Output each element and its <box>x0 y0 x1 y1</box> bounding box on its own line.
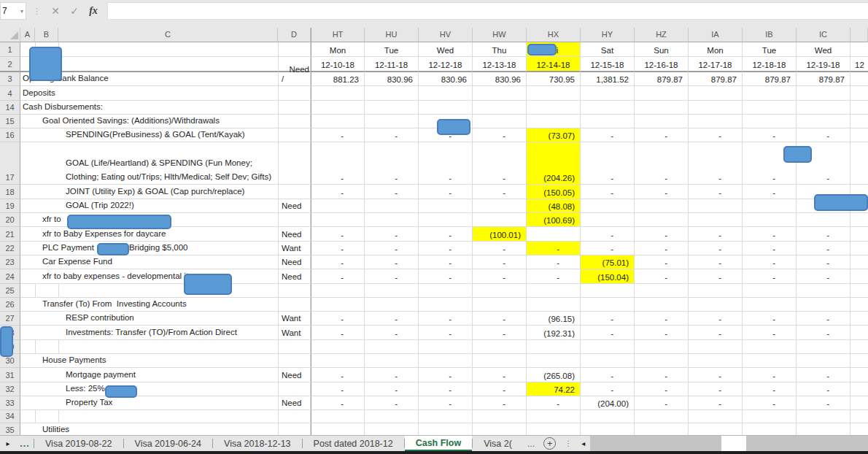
cell[interactable]: - <box>689 128 743 142</box>
cell[interactable] <box>850 269 868 283</box>
cell[interactable]: - <box>635 255 689 269</box>
cell[interactable] <box>689 115 743 128</box>
cell[interactable]: - <box>635 142 689 185</box>
cell[interactable] <box>850 354 868 368</box>
cell[interactable]: 879.87 <box>743 72 797 86</box>
cell[interactable] <box>581 115 635 128</box>
column-header[interactable]: B <box>35 28 58 42</box>
cell[interactable] <box>689 298 743 312</box>
row-number[interactable]: 22 <box>0 242 20 255</box>
cell[interactable]: - <box>797 326 850 339</box>
tab-overflow-dots[interactable]: ... <box>523 436 539 451</box>
cell[interactable]: 12 <box>850 57 868 73</box>
cell[interactable]: - <box>473 185 527 199</box>
cell[interactable] <box>689 213 743 227</box>
cell[interactable] <box>419 199 473 213</box>
cell[interactable]: - <box>689 185 743 199</box>
cell[interactable]: Mon <box>689 42 743 57</box>
row-number[interactable]: 2 <box>0 57 20 73</box>
cell[interactable] <box>581 86 635 100</box>
cell[interactable]: - <box>797 255 850 269</box>
row-label-cell[interactable]: Mortgage payment <box>20 368 278 382</box>
row-label-cell[interactable]: Utilities <box>20 423 278 435</box>
cell[interactable]: - <box>797 128 850 142</box>
cell[interactable]: - <box>365 227 419 241</box>
sheet-tab-visa-2-[interactable]: Visa 2( <box>473 436 523 451</box>
row-number[interactable]: 20 <box>0 213 20 227</box>
cell[interactable]: 12-10-18 <box>311 57 365 73</box>
row-label-cell[interactable] <box>20 284 278 298</box>
cancel-icon[interactable]: ✕ <box>46 5 65 17</box>
cell[interactable] <box>850 382 868 396</box>
cell[interactable] <box>419 410 473 423</box>
row-number[interactable]: 14 <box>0 101 20 115</box>
cell[interactable]: - <box>419 326 473 339</box>
cell[interactable]: - <box>689 242 743 255</box>
need-want-cell[interactable] <box>278 340 311 354</box>
cell[interactable] <box>797 354 850 368</box>
cell[interactable] <box>850 242 868 255</box>
row-label-cell[interactable]: JOINT (Utility Exp) & GOAL (Cap purch/re… <box>20 185 278 199</box>
cell[interactable]: - <box>311 242 365 255</box>
row-number[interactable]: 25 <box>0 284 20 298</box>
cell[interactable]: - <box>473 396 527 410</box>
cell[interactable]: - <box>635 326 689 339</box>
cell[interactable]: - <box>365 255 419 269</box>
cell[interactable]: - <box>419 242 473 255</box>
cell[interactable]: - <box>419 227 473 241</box>
cell[interactable]: - <box>311 227 365 241</box>
cell[interactable]: - <box>743 368 797 382</box>
cell[interactable] <box>689 340 743 354</box>
cell[interactable] <box>635 410 689 423</box>
row-number[interactable]: 19 <box>0 199 20 213</box>
cell[interactable] <box>743 213 797 227</box>
row-number[interactable]: 1 <box>0 42 20 57</box>
cell[interactable] <box>797 340 850 354</box>
cell[interactable]: - <box>689 396 743 410</box>
cell[interactable]: - <box>581 326 635 339</box>
cell[interactable] <box>311 354 365 368</box>
column-header[interactable]: HU <box>365 28 419 42</box>
cell[interactable] <box>365 115 419 128</box>
cell[interactable] <box>581 423 635 435</box>
need-want-cell[interactable]: Want <box>278 326 311 339</box>
cell[interactable]: 74.22 <box>527 382 581 396</box>
select-all-corner[interactable] <box>0 28 20 42</box>
cell[interactable]: - <box>365 142 419 185</box>
cell[interactable] <box>689 284 743 298</box>
cell[interactable]: - <box>311 326 365 339</box>
need-want-cell[interactable]: Need <box>278 368 311 382</box>
cell[interactable] <box>527 115 581 128</box>
row-label-cell[interactable]: xfr to baby expenses - developmental ite… <box>20 269 278 283</box>
cell[interactable]: (150.05) <box>527 185 581 199</box>
hscroll-left-icon[interactable]: ◂ <box>576 436 590 451</box>
cell[interactable] <box>527 284 581 298</box>
row-label-cell[interactable]: Less: 25% <box>20 382 278 396</box>
cell[interactable] <box>311 86 365 100</box>
cell[interactable] <box>311 284 365 298</box>
column-header[interactable]: HX <box>527 28 581 42</box>
row-number[interactable]: 34 <box>0 410 20 423</box>
cell[interactable]: Tue <box>743 42 797 57</box>
cell[interactable]: (96.15) <box>527 312 581 326</box>
cell[interactable] <box>365 410 419 423</box>
cell[interactable] <box>689 410 743 423</box>
cell[interactable] <box>689 101 743 115</box>
cell[interactable]: 12-15-18 <box>581 57 635 73</box>
column-header[interactable]: IA <box>689 28 743 42</box>
row-label-cell[interactable]: Goal Oriented Savings: (Additions)/Withd… <box>20 115 278 128</box>
cell[interactable] <box>473 340 527 354</box>
cell[interactable]: 830.96 <box>419 72 473 86</box>
need-want-cell[interactable]: Need <box>278 255 311 269</box>
cell[interactable] <box>365 354 419 368</box>
cell[interactable]: - <box>365 242 419 255</box>
cell[interactable] <box>635 284 689 298</box>
cell[interactable] <box>689 423 743 435</box>
row-number[interactable]: 4 <box>0 86 20 100</box>
formula-input[interactable] <box>107 2 868 20</box>
cell[interactable] <box>527 101 581 115</box>
cell[interactable]: 879.87 <box>635 72 689 86</box>
cell[interactable] <box>419 213 473 227</box>
need-want-cell[interactable]: Need <box>278 269 311 283</box>
cell[interactable] <box>419 101 473 115</box>
